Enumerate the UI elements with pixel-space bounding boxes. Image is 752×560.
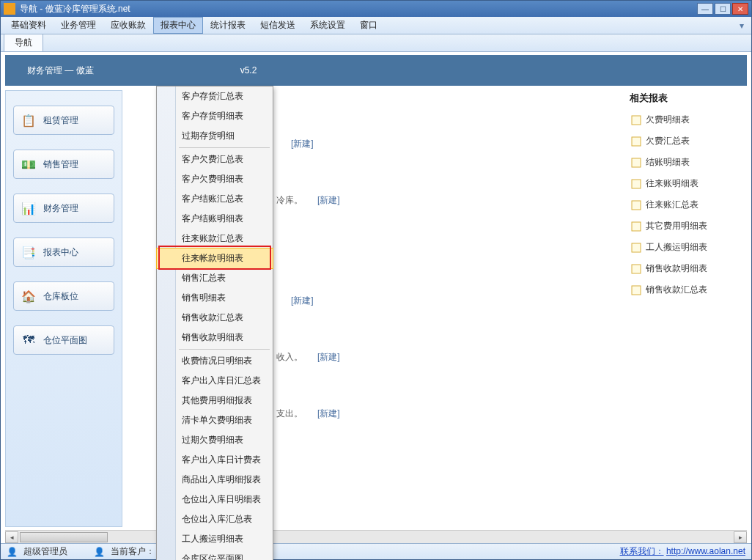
minimize-button[interactable]: —: [697, 3, 713, 15]
report-link[interactable]: 销售收款明细表: [630, 258, 747, 279]
svg-rect-7: [632, 265, 641, 273]
horizontal-scrollbar[interactable]: ◂ ▸: [5, 530, 747, 543]
report-link[interactable]: 结账明细表: [630, 152, 747, 173]
menu-window[interactable]: 窗口: [353, 17, 385, 34]
svg-rect-2: [632, 158, 641, 167]
nav-floorplan[interactable]: 🗺 仓位平面图: [13, 325, 114, 355]
report-link[interactable]: 往来账汇总表: [630, 194, 747, 215]
menu-sms[interactable]: 短信发送: [253, 17, 303, 34]
report-link[interactable]: 销售收款汇总表: [630, 279, 747, 301]
row-desc: 冷库。: [276, 194, 303, 207]
new-link[interactable]: [新建]: [291, 295, 314, 307]
menu-basic-data[interactable]: 基础资料: [4, 17, 54, 34]
close-button[interactable]: ✕: [732, 3, 748, 15]
dropdown-item[interactable]: 商品出入库明细报表: [157, 470, 273, 490]
scroll-right-button[interactable]: ▸: [734, 531, 747, 543]
new-link[interactable]: [新建]: [291, 138, 314, 150]
menu-business[interactable]: 业务管理: [54, 17, 103, 34]
status-right: 联系我们： http://www.aolan.net: [620, 545, 745, 558]
dropdown-item[interactable]: 销售汇总表: [157, 268, 273, 288]
dropdown-item[interactable]: 过期欠费明细表: [157, 430, 273, 450]
report-link[interactable]: 工人搬运明细表: [630, 237, 747, 258]
contact-label[interactable]: 联系我们：: [620, 546, 664, 556]
nav-floorplan-label: 仓位平面图: [43, 334, 87, 347]
dropdown-item[interactable]: 客户欠费明细表: [157, 169, 273, 189]
nav-lease[interactable]: 📋 租赁管理: [13, 106, 114, 135]
scroll-thumb[interactable]: [20, 532, 108, 542]
maximize-button[interactable]: ☐: [715, 3, 731, 15]
menu-system[interactable]: 系统设置: [303, 17, 353, 34]
svg-rect-3: [632, 180, 641, 188]
dropdown-separator: [179, 147, 270, 148]
report-link[interactable]: 其它费用明细表: [630, 215, 747, 237]
status-client-label: 当前客户：: [111, 545, 155, 558]
dropdown-item[interactable]: 清卡单欠费明细表: [157, 410, 273, 430]
window-title: 导航 - 傲蓝冷库管理系统.net: [20, 3, 696, 15]
dropdown-item[interactable]: 客户结账明细表: [157, 209, 273, 229]
menu-bar: 基础资料 业务管理 应收账款 报表中心 统计报表 短信发送 系统设置 窗口 ▾: [1, 17, 751, 34]
status-user: 超级管理员: [23, 545, 67, 558]
dropdown-item[interactable]: 客户欠费汇总表: [157, 150, 273, 169]
dropdown-item[interactable]: 客户出入库日计费表: [157, 450, 273, 470]
row-desc: 收入。: [276, 351, 303, 364]
dropdown-item[interactable]: 客户出入库日汇总表: [157, 371, 273, 391]
svg-rect-4: [632, 201, 641, 210]
dropdown-item[interactable]: 工人搬运明细表: [157, 529, 273, 549]
status-bar: 👤 超级管理员 👤 当前客户： (无) ⊗ 取消 联系我们： http://ww…: [1, 543, 751, 559]
new-link[interactable]: [新建]: [317, 194, 340, 207]
menu-statistics[interactable]: 统计报表: [203, 17, 253, 34]
app-icon: [4, 3, 15, 15]
new-link[interactable]: [新建]: [317, 351, 340, 364]
svg-rect-0: [632, 116, 641, 125]
tab-strip: 导航: [1, 34, 751, 52]
person-icon: 👤: [94, 547, 105, 557]
dropdown-item[interactable]: 往来帐款明细表: [156, 248, 273, 269]
nav-reports[interactable]: 📑 报表中心: [13, 237, 114, 267]
dropdown-separator: [179, 349, 270, 350]
report-icon: 📑: [21, 245, 36, 259]
document-icon: [631, 264, 641, 274]
dropdown-item[interactable]: 收费情况日明细表: [157, 351, 273, 371]
report-link[interactable]: 往来账明细表: [630, 173, 747, 194]
dropdown-item[interactable]: 仓库区位平面图: [157, 549, 273, 560]
dropdown-item[interactable]: 过期存货明细: [157, 126, 273, 146]
money-icon: 💵: [21, 157, 36, 172]
document-icon: [631, 158, 641, 168]
report-link[interactable]: 欠费汇总表: [630, 130, 747, 152]
left-nav-panel: 📋 租赁管理 💵 销售管理 📊 财务管理 📑 报表中心 🏠 仓库板: [5, 90, 122, 527]
new-link[interactable]: [新建]: [317, 408, 340, 420]
menu-overflow-icon[interactable]: ▾: [740, 21, 748, 31]
contact-link[interactable]: http://www.aolan.net: [666, 546, 745, 556]
row-desc: 支出。: [276, 408, 303, 420]
work-area: 财务管理 — 傲蓝 v5.2 📋 租赁管理 💵 销售管理 📊 财务管理: [1, 52, 751, 543]
dropdown-item[interactable]: 销售收款汇总表: [157, 308, 273, 328]
document-icon: [631, 285, 641, 295]
house-icon: 🏠: [21, 289, 36, 303]
dropdown-item[interactable]: 往来账款汇总表: [157, 229, 273, 248]
banner: 财务管理 — 傲蓝 v5.2: [5, 55, 747, 86]
app-window: 导航 - 傲蓝冷库管理系统.net — ☐ ✕ 基础资料 业务管理 应收账款 报…: [0, 0, 752, 560]
nav-finance[interactable]: 📊 财务管理: [13, 194, 114, 223]
svg-rect-5: [632, 222, 641, 231]
report-link-label: 销售收款明细表: [646, 262, 707, 275]
report-link[interactable]: 欠费明细表: [630, 109, 747, 130]
window-controls: — ☐ ✕: [696, 3, 748, 15]
nav-sales-label: 销售管理: [43, 158, 78, 171]
tab-navigation[interactable]: 导航: [4, 34, 43, 51]
dropdown-item[interactable]: 客户结账汇总表: [157, 189, 273, 209]
scroll-left-button[interactable]: ◂: [5, 531, 18, 543]
dropdown-item[interactable]: 客户存货明细表: [157, 106, 273, 126]
nav-warehouse[interactable]: 🏠 仓库板位: [13, 281, 114, 311]
clipboard-icon: 📋: [21, 113, 36, 128]
menu-report-center[interactable]: 报表中心: [153, 17, 203, 34]
title-bar: 导航 - 傲蓝冷库管理系统.net — ☐ ✕: [1, 1, 751, 17]
dropdown-item[interactable]: 仓位出入库汇总表: [157, 509, 273, 529]
dropdown-item[interactable]: 销售明细表: [157, 288, 273, 308]
dropdown-item[interactable]: 其他费用明细报表: [157, 391, 273, 410]
dropdown-item[interactable]: 客户存货汇总表: [157, 86, 273, 106]
dropdown-item[interactable]: 仓位出入库日明细表: [157, 490, 273, 509]
dropdown-item[interactable]: 销售收款明细表: [157, 328, 273, 347]
svg-rect-1: [632, 137, 641, 146]
nav-sales[interactable]: 💵 销售管理: [13, 150, 114, 179]
menu-receivable[interactable]: 应收账款: [103, 17, 153, 34]
